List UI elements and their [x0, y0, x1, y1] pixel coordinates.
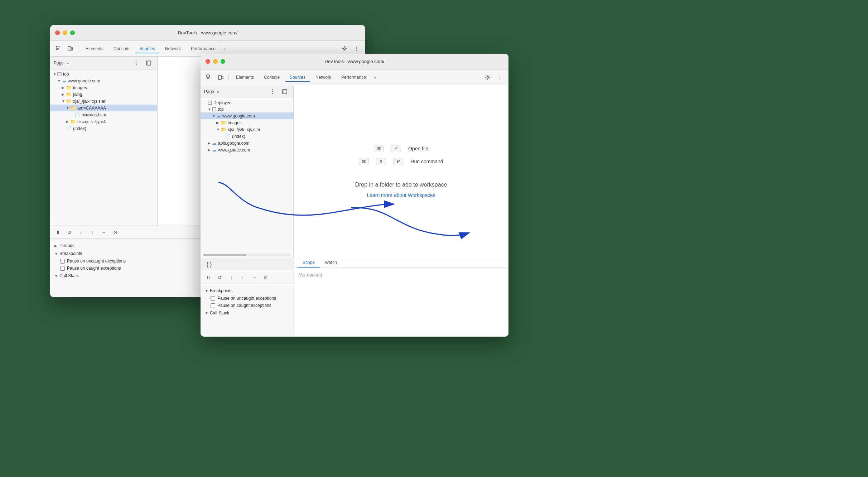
tab-network-front[interactable]: Network [311, 73, 336, 82]
section-label: Threads [59, 243, 74, 248]
tree-item-index-back[interactable]: 📄 (index) [50, 125, 157, 132]
deactivate-icon[interactable]: ⊘ [110, 227, 120, 237]
tree-item-top-back[interactable]: ▼ top [50, 71, 157, 77]
checkbox-label: Pause on uncaught exceptions [217, 296, 276, 301]
tab-performance-front[interactable]: Performance [337, 73, 370, 82]
panel-sidebar-icon-front[interactable] [280, 87, 290, 97]
step-into-icon-front[interactable]: ↓ [226, 273, 236, 283]
folder-icon: 📁 [70, 105, 76, 111]
left-panel-front: Page » ⋮ Deployed [201, 85, 294, 258]
pause-icon[interactable]: ⏸ [53, 227, 63, 237]
close-button[interactable] [55, 30, 60, 35]
checkbox-label: Pause on caught exceptions [67, 266, 121, 271]
panel-tab-page-back[interactable]: Page [54, 61, 64, 66]
checkbox-uncaught-input-front[interactable] [211, 296, 215, 301]
arrow-icon: ▼ [57, 79, 62, 83]
tree-item-index-front[interactable]: 📄 (index) [201, 133, 293, 140]
arrow-icon: ▶ [216, 121, 221, 125]
tree-item-apis-front[interactable]: ▶ ☁ apis.google.com [201, 140, 293, 146]
inspect-icon[interactable] [54, 44, 64, 54]
toolbar-right-front: ⋮ [483, 72, 505, 82]
main-content-front: Page » ⋮ Deployed [201, 85, 508, 258]
tree-item-mcdos-back[interactable]: 📄 m=cdos,hsm [50, 111, 157, 118]
tree-item-xjs-back[interactable]: ▼ 📁 xjs/_/js/k=xjs.s.er [50, 98, 157, 105]
tree-item-gstatic-front[interactable]: ▶ ☁ www.gstatic.com [201, 146, 293, 153]
file-icon: 📄 [74, 112, 80, 117]
deactivate-icon-front[interactable]: ⊘ [261, 273, 271, 283]
tree-item-jsbg-back[interactable]: ▶ 📁 js/bg [50, 91, 157, 98]
format-icon[interactable]: { } [204, 260, 214, 270]
scope-panel-front: Scope Watch Not paused [294, 258, 508, 337]
inspect-icon-front[interactable] [204, 72, 214, 82]
step-out-icon-front[interactable]: ↑ [238, 273, 248, 283]
panel-sidebar-icon-back[interactable] [144, 58, 154, 68]
kbd-cmd2-front: ⌘ [359, 158, 369, 165]
tab-console-front[interactable]: Console [260, 73, 284, 82]
tree-item-google-front[interactable]: ▼ ☁ www.google.com [201, 112, 293, 119]
box-icon [208, 101, 212, 105]
panel-dots-front[interactable]: ⋮ [270, 88, 275, 95]
learn-more-link-front[interactable]: Learn more about Workspaces [367, 192, 435, 198]
step-into-icon[interactable]: ↓ [76, 227, 86, 237]
device-icon[interactable] [65, 44, 75, 54]
tab-performance-back[interactable]: Performance [187, 44, 220, 53]
tab-network-back[interactable]: Network [161, 44, 185, 53]
scope-tab-watch-front[interactable]: Watch [320, 258, 342, 268]
checkbox-uncaught-input-back[interactable] [60, 259, 65, 264]
device-icon-front[interactable] [216, 72, 226, 82]
drop-text-front: Drop in a folder to add to workspace [355, 182, 447, 188]
svg-point-14 [487, 76, 489, 78]
tree-item-xjs-front[interactable]: ▼ 📁 xjs/_/js/k=xjs.s.er [201, 126, 293, 133]
checkbox-label: Pause on uncaught exceptions [67, 259, 126, 264]
settings-icon-front[interactable] [483, 72, 493, 82]
panel-tab-page-front[interactable]: Page [204, 89, 214, 94]
panel-dots-back[interactable]: ⋮ [134, 59, 139, 66]
tree-item-images-back[interactable]: ▶ 📁 images [50, 84, 157, 91]
tab-elements-front[interactable]: Elements [232, 73, 258, 82]
tree-item-deployed[interactable]: Deployed [201, 100, 293, 106]
maximize-button-front[interactable] [221, 59, 225, 64]
tree-item-ck-back[interactable]: ▶ 📁 ck=xjs.s.7jyur4 [50, 118, 157, 125]
arrow-icon: ▶ [208, 141, 212, 145]
tree-label: am=CAAAAAA [77, 106, 106, 111]
tab-elements-back[interactable]: Elements [81, 44, 108, 53]
step-next-icon[interactable]: → [99, 227, 109, 237]
file-icon: 📄 [225, 134, 231, 139]
tree-item-images-front[interactable]: ▶ 📁 images [201, 119, 293, 126]
step-over-icon[interactable]: ↺ [64, 227, 74, 237]
pause-icon-front[interactable]: ⏸ [203, 273, 213, 283]
tab-more-back[interactable]: » [221, 45, 228, 53]
tree-item-top-front[interactable]: ▼ top [201, 106, 293, 112]
scope-tab-scope-front[interactable]: Scope [298, 258, 320, 268]
scope-tabs-front: Scope Watch [294, 258, 508, 268]
more-icon-front[interactable]: ⋮ [495, 72, 505, 82]
checkbox-caught-input-front[interactable] [211, 303, 215, 308]
tab-sources-back[interactable]: Sources [135, 44, 159, 53]
step-next-icon-front[interactable]: → [249, 273, 259, 283]
tree-item-am-back[interactable]: ▼ 📁 am=CAAAAAA [50, 105, 157, 111]
minimize-button[interactable] [63, 30, 67, 35]
minimize-button-front[interactable] [213, 59, 218, 64]
scrollbar-front[interactable] [203, 254, 290, 256]
tree-label: Deployed [213, 100, 232, 105]
close-button-front[interactable] [206, 59, 210, 64]
panel-more-front[interactable]: » [217, 90, 219, 94]
tab-more-front[interactable]: » [372, 73, 378, 81]
maximize-button[interactable] [70, 30, 75, 35]
arrow-icon: ▼ [53, 72, 57, 76]
tree-item-google-back[interactable]: ▼ ☁ www.google.com [50, 77, 157, 84]
tab-sources-front[interactable]: Sources [285, 73, 310, 82]
section-arrow-icon: ▼ [54, 274, 58, 278]
step-over-icon-front[interactable]: ↺ [215, 273, 225, 283]
tab-console-back[interactable]: Console [109, 44, 134, 53]
settings-icon-back[interactable] [339, 44, 349, 54]
panel-more-back[interactable]: » [67, 61, 69, 65]
step-out-icon[interactable]: ↑ [87, 227, 97, 237]
file-tree-back: ▼ top ▼ ☁ www.google.com ▶ [50, 69, 157, 226]
svg-rect-17 [208, 101, 212, 105]
kbd-shift-front: ⇧ [376, 158, 386, 165]
more-icon-back[interactable]: ⋮ [352, 44, 362, 54]
checkbox-caught-input-back[interactable] [60, 266, 65, 271]
arrow-icon: ▼ [66, 106, 70, 110]
arrow-icon: ▶ [66, 120, 70, 124]
